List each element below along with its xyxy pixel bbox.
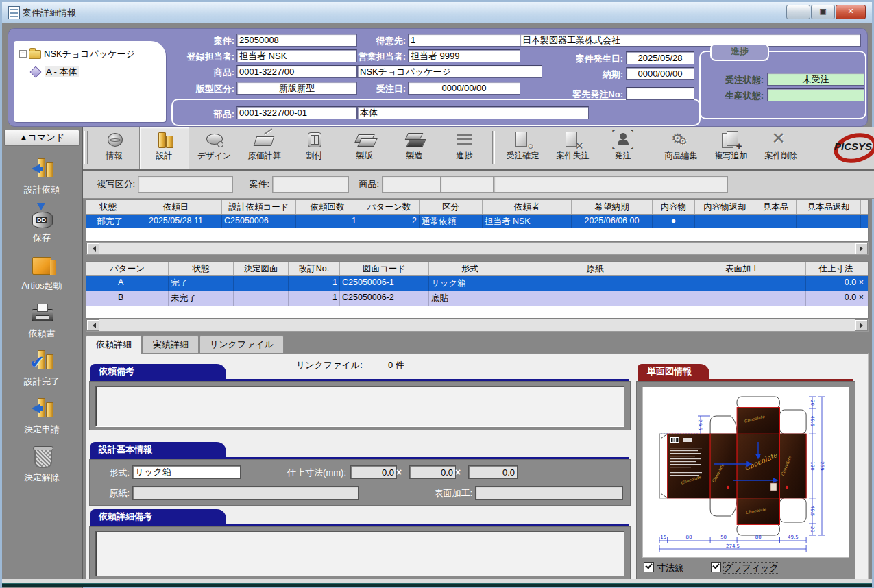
form-type-field[interactable] (132, 465, 241, 479)
toolbar-button-manufacture[interactable]: 製造 (389, 127, 439, 169)
tab-jisseki-shousai[interactable]: 実績詳細 (143, 335, 199, 353)
register-person-field[interactable] (236, 49, 357, 62)
finish-size-w-field[interactable] (350, 465, 397, 479)
base-paper-field[interactable] (132, 486, 359, 500)
scroll-right-button[interactable] (855, 243, 868, 254)
design-basic-header: 設計基本情報 (90, 443, 629, 459)
copy-product-name-field[interactable] (494, 176, 728, 193)
cell: 底貼 (429, 291, 511, 306)
finish-size-d-field[interactable] (409, 465, 456, 479)
toolbar-button-place-order[interactable]: ⌜⌝⌞⌟発注 (598, 127, 648, 169)
sidebar-button-artios[interactable]: Artios起動 (21, 252, 62, 292)
sidebar-button-save[interactable]: DD保存 (25, 204, 58, 244)
toolbar-separator (651, 131, 653, 164)
case-date-field[interactable] (626, 51, 694, 64)
customer-code-field[interactable] (408, 34, 520, 47)
copy-product-sub-field[interactable] (440, 176, 494, 193)
toolbar-button-copy-add[interactable]: +複写追加 (706, 127, 756, 169)
toolbar-button-graphic-design[interactable]: デザイン (189, 127, 239, 169)
toolbar-button-progress[interactable]: 進捗 (439, 127, 489, 169)
tree-expander-icon[interactable]: − (19, 50, 27, 58)
surface-finish-field[interactable] (475, 486, 623, 500)
scroll-right-button[interactable] (855, 319, 868, 331)
finish-size-label: 仕上寸法(mm): (260, 467, 346, 479)
table-row[interactable]: 一部完了2025/05/28 11C2505000612通常依頼担当者 NSK2… (86, 215, 868, 228)
toolbar-button-label: 進捗 (440, 150, 489, 162)
pattern-table-hscrollbar[interactable] (86, 319, 869, 332)
request-note-textarea[interactable] (95, 386, 624, 427)
toolbar-button-cost-calc[interactable]: 原価計算 (239, 127, 289, 169)
copy-case-field[interactable] (272, 176, 349, 193)
scroll-left-button[interactable] (86, 243, 99, 254)
detail-panel: リンクファイル: 0 件 依頼備考 設計基本情報 形式: 仕上寸法(mm): ×… (86, 353, 869, 583)
minimize-button[interactable]: — (786, 5, 810, 19)
sidebar-button-print-request[interactable]: 依頼書 (25, 299, 58, 340)
customer-name-field[interactable] (520, 34, 861, 47)
cell: 2025/05/28 11 (130, 215, 222, 228)
product-name-field[interactable] (357, 65, 542, 78)
copy-product-code-field[interactable] (382, 176, 441, 193)
order-status-field[interactable] (767, 73, 864, 86)
column-header: 依頼回数 (296, 200, 359, 214)
product-label: 商品: (173, 66, 234, 79)
register-person-label: 登録担当者: (173, 51, 234, 63)
dim-label: 80 (755, 535, 762, 540)
tree-root-item[interactable]: −NSKチョコパッケージ (15, 48, 165, 60)
close-button[interactable]: ✕ (836, 5, 866, 19)
window-title: 案件詳細情報 (23, 7, 76, 19)
part-tree: −NSKチョコパッケージ A - 本体 (14, 41, 166, 122)
toolbar-button-info[interactable]: 情報 (89, 127, 139, 169)
cell (695, 215, 755, 228)
artios-icon (25, 252, 58, 279)
delivery-date-field[interactable] (626, 67, 694, 80)
tab-link-file[interactable]: リンクファイル (199, 335, 284, 353)
titlebar[interactable]: 案件詳細情報 — ▣ ✕ (2, 2, 872, 23)
tree-child-item[interactable]: A - 本体 (15, 66, 165, 78)
table-row[interactable]: B未完了1C25050006-2底貼0.0 × (86, 291, 868, 306)
production-status-field[interactable] (767, 88, 864, 101)
part-code-field[interactable] (236, 106, 357, 119)
copy-kubun-field[interactable] (138, 176, 233, 193)
tab-irai-shousai[interactable]: 依頼詳細 (86, 335, 142, 354)
sidebar-button-label: 決定申請 (24, 424, 60, 436)
product-code-field[interactable] (236, 65, 357, 78)
sidebar-button-design-complete[interactable]: ✔設計完了 (24, 347, 60, 388)
case-number-field[interactable] (236, 34, 357, 47)
part-name-field[interactable] (357, 106, 589, 119)
toolbar-button-case-delete[interactable]: ✕案件削除 (756, 127, 806, 169)
sidebar-button-decision-apply[interactable]: 決定申請 (24, 395, 60, 436)
finish-size-h-field[interactable] (468, 465, 518, 479)
order-date-field[interactable] (408, 82, 520, 95)
request-detail-note-textarea[interactable] (95, 531, 624, 576)
drawing-panel: Chocolate Chocolate Chocolate Chocolate … (636, 381, 855, 580)
request-note-panel (89, 381, 631, 430)
command-toggle-button[interactable]: ▲コマンド (4, 130, 80, 146)
plate-type-field[interactable] (236, 82, 357, 95)
progress-icon (452, 130, 477, 149)
graphic-checkbox[interactable] (711, 562, 721, 572)
toolbar-button-order-lost[interactable]: ✕案件失注 (548, 127, 598, 169)
decision-cancel-icon (25, 443, 58, 471)
toolbar-button-platemaking[interactable]: 製版 (339, 127, 389, 169)
request-table-hscrollbar[interactable] (86, 242, 869, 255)
customer-order-no-field[interactable] (626, 87, 694, 100)
sidebar-button-label: 設計依頼 (24, 184, 60, 196)
graphic-design-icon (202, 130, 227, 149)
scroll-left-button[interactable] (86, 319, 99, 331)
column-header: 区分 (420, 200, 483, 214)
app-window: 案件詳細情報 — ▣ ✕ −NSKチョコパッケージ A - 本体 案件: 得意先… (0, 0, 874, 588)
toolbar-button-imposition[interactable]: 割付 (289, 127, 339, 169)
sidebar-button-design-request[interactable]: 設計依頼 (24, 156, 60, 196)
table-row[interactable]: A完了1C25050006-1サック箱0.0 × (86, 276, 868, 291)
toolbar-button-design[interactable]: 設計 (139, 127, 189, 169)
toolbar-button-product-edit[interactable]: ⚙⚙商品編集 (656, 127, 706, 169)
sidebar-button-decision-cancel[interactable]: 決定解除 (24, 443, 60, 484)
cell: サック箱 (429, 276, 511, 291)
dim-label: 15 (660, 535, 666, 540)
main-toolbar: 情報設計デザイン原価計算割付製版製造進捗○受注確定✕案件失注⌜⌝⌞⌟発注⚙⚙商品… (83, 127, 874, 171)
sales-person-field[interactable] (408, 49, 520, 62)
request-note-header: 依頼備考 (90, 365, 629, 381)
dimension-line-checkbox[interactable] (644, 562, 654, 572)
restore-button[interactable]: ▣ (811, 5, 835, 19)
toolbar-button-order-confirm[interactable]: ○受注確定 (498, 127, 548, 169)
